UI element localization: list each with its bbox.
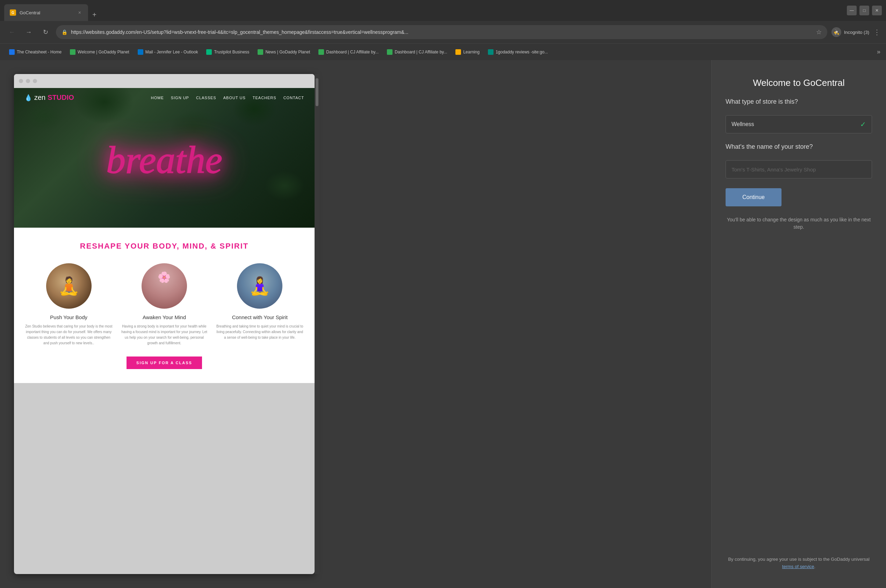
col-push-body: Push Your Body Zen Studio believes that … bbox=[24, 263, 113, 346]
continue-button[interactable]: Continue bbox=[726, 188, 782, 206]
website-frame: 💧 zenSTUDIO HOME SIGN UP CLASSES ABOUT U… bbox=[14, 74, 314, 574]
bookmark-star-icon[interactable]: ☆ bbox=[816, 28, 822, 36]
bookmark-trustpilot[interactable]: Trustpilot Business bbox=[203, 48, 253, 56]
bookmark-label: 1godaddy reviews -site:go... bbox=[496, 50, 548, 54]
bookmark-label: Welcome | GoDaddy Planet bbox=[78, 50, 129, 54]
scrollbar-thumb[interactable] bbox=[316, 78, 318, 106]
bookmarks-bar: The Cheatsheet - Home Welcome | GoDaddy … bbox=[0, 43, 886, 60]
preview-and-scroll: 💧 zenSTUDIO HOME SIGN UP CLASSES ABOUT U… bbox=[14, 74, 697, 574]
bookmark-favicon bbox=[206, 49, 212, 55]
bookmark-label: Dashboard | CJ Affiliate by... bbox=[395, 50, 447, 54]
col-desc-connect-spirit: Breathing and taking time to quiet your … bbox=[216, 324, 304, 340]
terms-suffix: . bbox=[814, 564, 816, 569]
nav-classes[interactable]: CLASSES bbox=[196, 96, 217, 100]
nav-contact[interactable]: CONTACT bbox=[283, 96, 304, 100]
bookmark-cheatsheet[interactable]: The Cheatsheet - Home bbox=[6, 48, 65, 56]
maximize-button[interactable]: □ bbox=[859, 6, 869, 15]
store-type-value: Wellness bbox=[731, 121, 754, 128]
col-desc-awaken-mind: Having a strong body is important for yo… bbox=[120, 324, 208, 346]
reshape-title: RESHAPE YOUR BODY, MIND, & SPIRIT bbox=[24, 242, 304, 251]
content-section: RESHAPE YOUR BODY, MIND, & SPIRIT Push Y… bbox=[14, 228, 314, 383]
bookmark-favicon bbox=[318, 49, 324, 55]
bookmark-favicon bbox=[9, 49, 15, 55]
minimize-button[interactable]: — bbox=[847, 6, 857, 15]
bookmark-label: Learning bbox=[463, 50, 480, 54]
tab-close-button[interactable]: × bbox=[77, 9, 83, 16]
col-desc-push-body: Zen Studio believes that caring for your… bbox=[24, 324, 113, 346]
bookmark-news-godaddy[interactable]: News | GoDaddy Planet bbox=[254, 48, 313, 56]
col-awaken-mind: Awaken Your Mind Having a strong body is… bbox=[120, 263, 208, 346]
bookmark-godaddy-planet[interactable]: Welcome | GoDaddy Planet bbox=[66, 48, 133, 56]
col-title-push-body: Push Your Body bbox=[24, 314, 113, 320]
new-tab-button[interactable]: + bbox=[88, 8, 101, 21]
more-bookmarks-icon[interactable]: » bbox=[877, 48, 880, 56]
nav-teachers[interactable]: TEACHERS bbox=[253, 96, 277, 100]
window-controls: — □ ✕ bbox=[847, 6, 882, 15]
tab-title: GoCentral bbox=[20, 10, 74, 15]
bookmark-cj1[interactable]: Dashboard | CJ Affiliate by... bbox=[315, 48, 382, 56]
site-nav: 💧 zenSTUDIO HOME SIGN UP CLASSES ABOUT U… bbox=[14, 88, 314, 107]
incognito-label: Incognito (3) bbox=[844, 30, 869, 35]
nav-signup[interactable]: SIGN UP bbox=[171, 96, 189, 100]
tab-favicon: G bbox=[10, 9, 16, 16]
bookmark-label: Trustpilot Business bbox=[214, 50, 249, 54]
bookmark-label: The Cheatsheet - Home bbox=[17, 50, 62, 54]
bookmark-label: Dashboard | CJ Affiliate by... bbox=[326, 50, 379, 54]
nav-about[interactable]: ABOUT US bbox=[223, 96, 246, 100]
circle-connect-spirit bbox=[237, 263, 283, 309]
site-logo: 💧 zenSTUDIO bbox=[24, 94, 74, 102]
title-bar: G GoCentral × + — □ ✕ bbox=[0, 0, 886, 21]
address-url: https://websites.godaddy.com/en-US/setup… bbox=[71, 29, 812, 35]
close-button[interactable]: ✕ bbox=[872, 6, 882, 15]
nav-home[interactable]: HOME bbox=[151, 96, 164, 100]
three-cols: Push Your Body Zen Studio believes that … bbox=[24, 263, 304, 346]
os-frame: G GoCentral × + — □ ✕ ← → ↻ 🔒 https://we… bbox=[0, 0, 886, 588]
bookmark-learning[interactable]: Learning bbox=[452, 48, 483, 56]
store-type-dropdown[interactable]: Wellness ✓ bbox=[726, 115, 872, 134]
signup-btn-wrap: SIGN UP FOR A CLASS bbox=[24, 357, 304, 369]
back-button[interactable]: ← bbox=[6, 26, 18, 38]
bookmark-favicon bbox=[387, 49, 393, 55]
bookmark-favicon bbox=[488, 49, 493, 55]
main-content: 💧 zenSTUDIO HOME SIGN UP CLASSES ABOUT U… bbox=[0, 60, 886, 588]
hero-background: 💧 zenSTUDIO HOME SIGN UP CLASSES ABOUT U… bbox=[14, 88, 314, 228]
terms-prefix: By continuing, you agree your use is sub… bbox=[728, 556, 869, 562]
bookmark-favicon bbox=[70, 49, 75, 55]
bookmark-label: Mail - Jennifer Lee - Outlook bbox=[145, 50, 198, 54]
forward-button[interactable]: → bbox=[23, 26, 35, 38]
browser-menu-icon[interactable]: ⋮ bbox=[873, 28, 880, 36]
bookmark-favicon bbox=[257, 49, 263, 55]
logo-zen: zen bbox=[34, 94, 45, 102]
terms-row: By continuing, you agree your use is sub… bbox=[726, 556, 872, 570]
inner-dot-3 bbox=[33, 79, 37, 83]
circle-push-body bbox=[46, 263, 92, 309]
col-connect-spirit: Connect with Your Spirit Breathing and t… bbox=[216, 263, 304, 346]
refresh-button[interactable]: ↻ bbox=[39, 26, 52, 38]
logo-icon: 💧 bbox=[24, 94, 32, 102]
bookmark-favicon bbox=[138, 49, 143, 55]
inner-dot-2 bbox=[26, 79, 30, 83]
inner-browser-chrome bbox=[14, 74, 314, 88]
store-name-input[interactable] bbox=[726, 160, 872, 178]
address-bar-row: ← → ↻ 🔒 https://websites.godaddy.com/en-… bbox=[0, 21, 886, 43]
incognito-icon: 🕵 bbox=[832, 27, 841, 37]
wizard-panel: Welcome to GoCentral What type of store … bbox=[711, 60, 886, 588]
bookmark-reviews[interactable]: 1godaddy reviews -site:go... bbox=[484, 48, 551, 56]
website-content: 💧 zenSTUDIO HOME SIGN UP CLASSES ABOUT U… bbox=[14, 88, 314, 574]
browser-preview: 💧 zenSTUDIO HOME SIGN UP CLASSES ABOUT U… bbox=[0, 60, 711, 588]
wizard-question-type: What type of store is this? bbox=[726, 98, 872, 105]
tab-bar: G GoCentral × + bbox=[4, 0, 841, 21]
scrollbar-track bbox=[314, 74, 319, 574]
col-title-connect-spirit: Connect with Your Spirit bbox=[216, 314, 304, 320]
terms-link[interactable]: terms of service bbox=[782, 564, 814, 569]
incognito-area: 🕵 Incognito (3) bbox=[832, 27, 869, 37]
active-tab[interactable]: G GoCentral × bbox=[4, 4, 88, 21]
inner-dot-1 bbox=[19, 79, 23, 83]
bookmark-cj2[interactable]: Dashboard | CJ Affiliate by... bbox=[384, 48, 451, 56]
hero-section: 💧 zenSTUDIO HOME SIGN UP CLASSES ABOUT U… bbox=[14, 88, 314, 228]
bookmark-mail[interactable]: Mail - Jennifer Lee - Outlook bbox=[134, 48, 202, 56]
signup-for-class-button[interactable]: SIGN UP FOR A CLASS bbox=[126, 357, 202, 369]
address-bar[interactable]: 🔒 https://websites.godaddy.com/en-US/set… bbox=[56, 25, 827, 39]
checkmark-icon: ✓ bbox=[860, 120, 866, 129]
logo-studio: STUDIO bbox=[48, 94, 74, 102]
